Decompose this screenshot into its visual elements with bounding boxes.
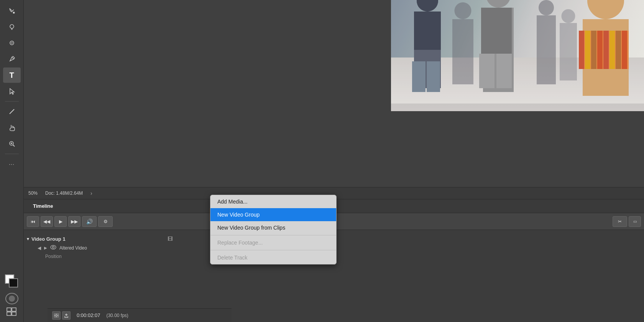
new-video-group-from-clips-label: New Video Group from Clips (217, 225, 285, 231)
settings-button[interactable]: ⚙ (98, 216, 113, 227)
context-menu: Add Media... New Video Group New Video G… (210, 195, 337, 264)
separator (5, 101, 19, 102)
svg-point-0 (13, 12, 15, 14)
track-eye-icon[interactable] (50, 245, 56, 251)
add-media-item[interactable]: Add Media... (210, 195, 336, 208)
trim-button[interactable]: ▭ (629, 216, 641, 227)
svg-line-6 (10, 109, 14, 114)
zoom-tool[interactable] (3, 136, 21, 151)
film-strip-icon: 🎞 (168, 236, 172, 242)
replace-footage-label: Replace Footage... (217, 240, 263, 246)
separator-2 (5, 154, 19, 154)
share-icon[interactable] (62, 311, 71, 320)
add-media-label: Add Media... (217, 199, 248, 205)
group-collapse-icon[interactable]: ▾ (27, 237, 29, 242)
svg-point-4 (10, 41, 14, 45)
svg-line-8 (13, 145, 15, 146)
time-display-bar: 0:00:02:07 (30.00 fps) (48, 308, 232, 322)
svg-rect-11 (7, 308, 11, 311)
group-label: Video Group 1 (31, 236, 66, 242)
new-video-group-label: New Video Group (217, 212, 260, 218)
svg-rect-19 (54, 316, 56, 317)
paint-bucket-tool[interactable] (3, 3, 21, 18)
grid-icon[interactable] (52, 311, 61, 320)
delete-track-label: Delete Track (217, 255, 248, 261)
view-mode-icon[interactable] (7, 307, 17, 317)
doc-info: Doc: 1.48M/2.64M (45, 191, 83, 196)
timeline-tab[interactable]: Timeline (28, 201, 58, 211)
hand-tool[interactable] (3, 120, 21, 135)
blur-tool[interactable] (3, 35, 21, 51)
replace-footage-item: Replace Footage... (210, 236, 336, 249)
position-track-label: Position (45, 254, 62, 259)
track-arrow-left[interactable]: ◀ (38, 245, 41, 251)
zoom-level: 50% (28, 191, 38, 196)
eyedropper-tool[interactable] (3, 19, 21, 34)
new-video-group-item[interactable]: New Video Group (210, 208, 336, 221)
line-tool[interactable] (3, 104, 21, 119)
svg-rect-17 (54, 314, 56, 315)
svg-rect-18 (57, 314, 59, 315)
svg-rect-14 (12, 312, 16, 315)
text-tool[interactable]: T (3, 67, 21, 83)
current-time: 0:00:02:07 (77, 312, 100, 318)
track-expand-icon[interactable]: ▶ (44, 246, 47, 250)
svg-rect-12 (12, 308, 16, 311)
separator-2 (210, 250, 336, 250)
pen-tool[interactable] (3, 51, 21, 67)
selection-tool[interactable] (3, 84, 21, 99)
play-button[interactable]: ▶ (54, 216, 67, 227)
svg-rect-20 (57, 316, 59, 317)
new-video-group-from-clips-item[interactable]: New Video Group from Clips (210, 221, 336, 234)
cut-button[interactable]: ✂ (613, 216, 627, 227)
fps-display: (30.00 fps) (106, 313, 128, 318)
status-arrow-icon[interactable]: › (90, 190, 92, 196)
svg-point-16 (53, 246, 54, 248)
more-tool[interactable]: ··· (3, 156, 21, 172)
svg-point-15 (51, 245, 56, 249)
audio-button[interactable]: 🔊 (82, 216, 97, 227)
swap-colors-icon[interactable] (4, 274, 20, 288)
canvas-area (24, 0, 644, 199)
track-name: Altered Video (59, 245, 87, 251)
svg-point-5 (11, 42, 13, 44)
svg-point-1 (10, 25, 14, 28)
delete-track-item: Delete Track (210, 251, 336, 264)
time-icon-group (52, 311, 71, 320)
video-preview (391, 0, 644, 111)
quick-mask-icon[interactable] (5, 293, 18, 304)
step-forward-button[interactable]: ▶▶ (68, 216, 80, 227)
svg-rect-13 (7, 312, 11, 315)
step-back-button[interactable]: ◀◀ (41, 216, 53, 227)
left-toolbar: T ··· (0, 0, 24, 322)
go-to-start-button[interactable]: ⏮ (27, 216, 39, 227)
separator-1 (210, 235, 336, 235)
